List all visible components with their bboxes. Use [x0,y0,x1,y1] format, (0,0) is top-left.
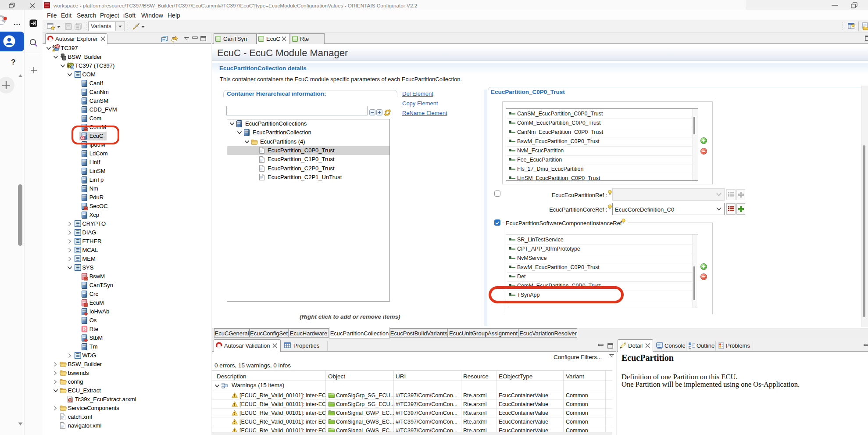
svg-text:R: R [83,326,86,331]
